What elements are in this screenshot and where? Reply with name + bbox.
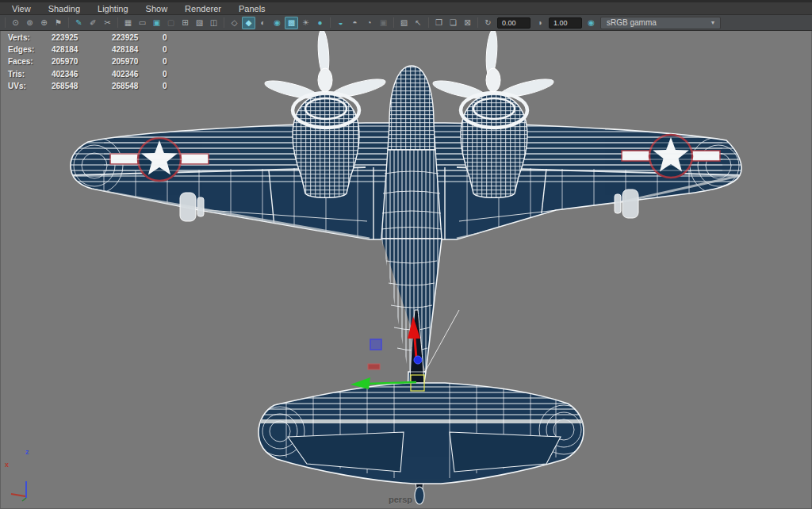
textured-sphere-icon[interactable]: ◉	[270, 17, 284, 29]
hud-label: Faces:	[8, 57, 52, 69]
wireframe-cube-icon[interactable]: ◇	[228, 17, 241, 29]
use-all-lights-icon[interactable]: ☀	[299, 17, 312, 29]
film-gate-icon[interactable]: ▭	[136, 17, 149, 29]
hud-value: 205970	[52, 57, 112, 69]
shadows-icon[interactable]: ◒	[334, 17, 347, 29]
hud-value: 223925	[112, 33, 163, 45]
hud-label: UVs:	[8, 82, 52, 94]
panel-menubar: View Shading Lighting Show Renderer Pane…	[0, 2, 812, 15]
isolate-add-icon[interactable]: ❏	[446, 17, 460, 29]
textured-ball-icon[interactable]: ●	[313, 17, 327, 29]
toolbar-separator	[330, 17, 331, 28]
menu-panels[interactable]: Panels	[230, 2, 274, 15]
hud-label: Tris:	[8, 70, 52, 82]
hud-value: 428184	[112, 45, 163, 57]
gate-mask-icon[interactable]: ▢	[164, 17, 178, 29]
camera-icon[interactable]: ⊙	[9, 17, 22, 29]
exposure-icon[interactable]: ↻	[481, 17, 495, 29]
view-transform-dropdown[interactable]: sRGB gamma ▼	[600, 17, 721, 29]
hud-value: 0	[163, 33, 177, 45]
airplane-model	[1, 31, 811, 509]
hud-value: 428184	[52, 45, 112, 57]
marquee-select-icon[interactable]: ▧	[397, 17, 411, 29]
manip-axis-x[interactable]	[415, 339, 416, 358]
camera-label: persp	[1, 495, 800, 504]
toolbar-separator	[224, 17, 224, 28]
camera-attributes-icon[interactable]: ⊕	[37, 17, 51, 29]
toolbar-separator	[428, 17, 429, 28]
title-safe-icon[interactable]: ◫	[207, 17, 220, 29]
toolbar-separator	[5, 17, 6, 28]
grease-pencil-icon[interactable]: ✎	[72, 17, 86, 29]
hud-value: 0	[163, 45, 177, 57]
viewport-canvas[interactable]: Verts: 223925 223925 0 Edges: 428184 428…	[0, 31, 812, 509]
motion-blur-icon[interactable]: ◔	[362, 17, 376, 29]
toolbar-separator	[477, 17, 478, 28]
image-plane-icon[interactable]: ▨	[193, 17, 206, 29]
pencil-add-icon[interactable]: ✐	[86, 17, 100, 29]
chevron-down-icon: ▼	[706, 20, 720, 25]
isolate-view-icon[interactable]: ❐	[432, 17, 446, 29]
shaded-wireframe-icon[interactable]: ◐	[256, 17, 270, 29]
view-transform-value: sRGB gamma	[601, 17, 706, 29]
hud-value: 268548	[112, 82, 163, 94]
hud-value: 0	[163, 70, 177, 82]
axis-x-label: x	[5, 461, 9, 469]
axis-z-label: z	[25, 448, 29, 456]
toolbar-separator	[117, 17, 118, 28]
camera-select-icon[interactable]: ⊚	[23, 17, 36, 29]
menu-renderer[interactable]: Renderer	[176, 2, 230, 15]
exposure-field[interactable]: 0.00	[497, 17, 530, 29]
polycount-hud: Verts: 223925 223925 0 Edges: 428184 428…	[8, 33, 177, 94]
isolate-remove-icon[interactable]: ⊠	[461, 17, 474, 29]
shaded-cube-icon[interactable]: ◆	[242, 17, 255, 29]
toolbar-separator	[393, 17, 394, 28]
menu-lighting[interactable]: Lighting	[89, 2, 137, 15]
hud-label: Edges:	[8, 45, 52, 57]
menu-show[interactable]: Show	[137, 2, 177, 15]
hud-value: 268548	[52, 82, 112, 94]
hud-value: 205970	[112, 57, 163, 69]
hud-value: 0	[163, 57, 177, 69]
manip-plane-handle[interactable]	[370, 339, 381, 350]
stabilizer	[255, 380, 588, 484]
pencil-cut-icon[interactable]: ✂	[101, 17, 114, 29]
hud-value: 223925	[52, 33, 112, 45]
color-management-icon[interactable]: ◉	[584, 17, 598, 29]
toolbar-separator	[68, 17, 69, 28]
hud-value: 0	[163, 82, 177, 94]
grid-icon[interactable]: ▦	[121, 17, 135, 29]
hud-label: Verts:	[8, 33, 52, 45]
hud-value: 402346	[52, 70, 112, 82]
field-chart-icon[interactable]: ⊞	[178, 17, 192, 29]
menu-view[interactable]: View	[3, 2, 40, 15]
panel-toolbar: ⊙ ⊚ ⊕ ⚑ ✎ ✐ ✂ ▦ ▭ ▣ ▢ ⊞ ▨ ◫ ◇ ◆ ◐ ◉ ▩ ☀ …	[0, 15, 812, 31]
ambient-occlusion-icon[interactable]: ◓	[348, 17, 362, 29]
maya-viewport-panel: View Shading Lighting Show Renderer Pane…	[0, 0, 812, 509]
hud-value: 402346	[112, 70, 163, 82]
gamma-icon[interactable]: ◑	[533, 17, 546, 29]
cursor-select-icon[interactable]: ↖	[412, 17, 425, 29]
resolution-gate-icon[interactable]: ▣	[150, 17, 163, 29]
manip-center-handle[interactable]	[414, 356, 422, 364]
checkered-material-icon[interactable]: ▩	[285, 17, 298, 29]
gamma-field[interactable]: 1.00	[549, 17, 582, 29]
menu-shading[interactable]: Shading	[40, 2, 89, 15]
bookmark-icon[interactable]: ⚑	[52, 17, 65, 29]
multisample-icon[interactable]: ▣	[377, 17, 390, 29]
manip-plane-handle-dim[interactable]	[368, 364, 380, 369]
